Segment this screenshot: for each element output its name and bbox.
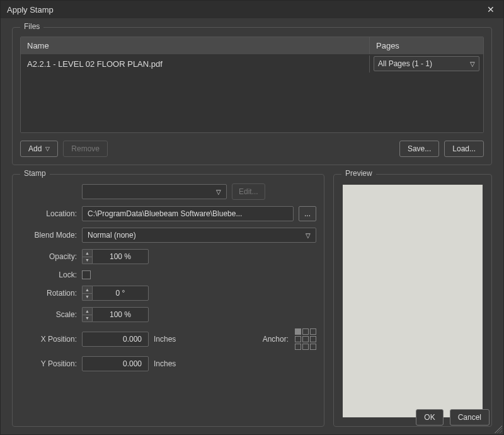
files-table: Name Pages A2.2.1 - LEVEL 02 FLOOR PLAN.… <box>20 37 484 133</box>
scale-label: Scale: <box>20 310 77 319</box>
anchor-cell-tr[interactable] <box>310 328 316 335</box>
xpos-field[interactable]: 0.000 <box>82 332 149 347</box>
ypos-unit: Inches <box>154 359 176 368</box>
pages-select[interactable]: All Pages (1 - 1) ▽ <box>374 56 479 71</box>
chevron-down-icon: ▽ <box>45 146 50 152</box>
anchor-cell-bc[interactable] <box>302 344 309 350</box>
preview-canvas <box>343 185 483 417</box>
dialog-title: Apply Stamp <box>7 5 54 14</box>
anchor-cell-ml[interactable] <box>295 336 301 342</box>
xpos-unit: Inches <box>154 335 176 344</box>
blend-label: Blend Mode: <box>20 231 77 240</box>
anchor-cell-tl[interactable] <box>295 328 301 335</box>
col-pages[interactable]: Pages <box>370 37 483 54</box>
stamp-legend: Stamp <box>20 169 50 178</box>
spin-down-icon[interactable]: ▼ <box>83 294 92 301</box>
opacity-label: Opacity: <box>20 252 77 261</box>
spin-up-icon[interactable]: ▲ <box>83 286 92 294</box>
pages-select-value: All Pages (1 - 1) <box>378 59 432 68</box>
rotation-stepper[interactable]: ▲ ▼ 0 ° <box>82 286 149 301</box>
anchor-cell-mr[interactable] <box>310 336 316 342</box>
anchor-cell-tc[interactable] <box>302 328 309 335</box>
browse-button[interactable]: ... <box>299 206 316 221</box>
location-field[interactable]: C:\ProgramData\Bluebeam Software\Bluebe.… <box>82 206 294 221</box>
load-button[interactable]: Load... <box>444 141 484 157</box>
xpos-label: X Position: <box>20 335 77 344</box>
files-group: Files Name Pages A2.2.1 - LEVEL 02 FLOOR… <box>12 27 492 165</box>
anchor-cell-bl[interactable] <box>295 344 301 350</box>
chevron-down-icon: ▽ <box>216 188 221 195</box>
files-legend: Files <box>20 22 43 31</box>
titlebar: Apply Stamp ✕ <box>1 1 503 18</box>
ok-button[interactable]: OK <box>416 409 443 426</box>
rotation-label: Rotation: <box>20 289 77 298</box>
ypos-label: Y Position: <box>20 359 77 368</box>
chevron-down-icon: ▽ <box>306 232 311 239</box>
spin-up-icon[interactable]: ▲ <box>83 308 92 315</box>
spin-down-icon[interactable]: ▼ <box>83 315 92 322</box>
anchor-cell-mc[interactable] <box>302 336 309 342</box>
resize-grip-icon[interactable] <box>495 426 502 433</box>
spin-up-icon[interactable]: ▲ <box>83 250 92 257</box>
stamp-select[interactable]: ▽ <box>82 184 227 199</box>
table-row[interactable]: A2.2.1 - LEVEL 02 FLOOR PLAN.pdf All Pag… <box>21 54 483 73</box>
blend-mode-select[interactable]: Normal (none) ▽ <box>82 228 316 243</box>
chevron-down-icon: ▽ <box>470 61 475 67</box>
scale-stepper[interactable]: ▲ ▼ 100 % <box>82 307 149 322</box>
add-button[interactable]: Add ▽ <box>20 141 58 157</box>
col-name[interactable]: Name <box>21 37 370 54</box>
lock-checkbox[interactable] <box>82 270 91 279</box>
file-name-cell: A2.2.1 - LEVEL 02 FLOOR PLAN.pdf <box>21 55 370 72</box>
lock-label: Lock: <box>20 270 77 279</box>
close-icon[interactable]: ✕ <box>483 3 498 16</box>
opacity-stepper[interactable]: ▲ ▼ 100 % <box>82 249 149 264</box>
cancel-button[interactable]: Cancel <box>450 409 490 426</box>
apply-stamp-dialog: Apply Stamp ✕ Files Name Pages A2.2.1 - … <box>0 0 504 435</box>
anchor-cell-br[interactable] <box>310 344 316 350</box>
ypos-field[interactable]: 0.000 <box>82 356 149 371</box>
location-label: Location: <box>20 209 77 218</box>
remove-button[interactable]: Remove <box>63 141 108 157</box>
anchor-grid[interactable] <box>295 328 316 350</box>
preview-group: Preview <box>333 174 492 427</box>
anchor-label: Anchor: <box>263 335 289 344</box>
files-table-header: Name Pages <box>21 37 483 54</box>
edit-button[interactable]: Edit... <box>232 183 265 200</box>
stamp-group: Stamp ▽ Edit... Location: <box>12 174 324 427</box>
spin-down-icon[interactable]: ▼ <box>83 257 92 264</box>
save-button[interactable]: Save... <box>399 141 439 157</box>
preview-legend: Preview <box>341 169 376 178</box>
